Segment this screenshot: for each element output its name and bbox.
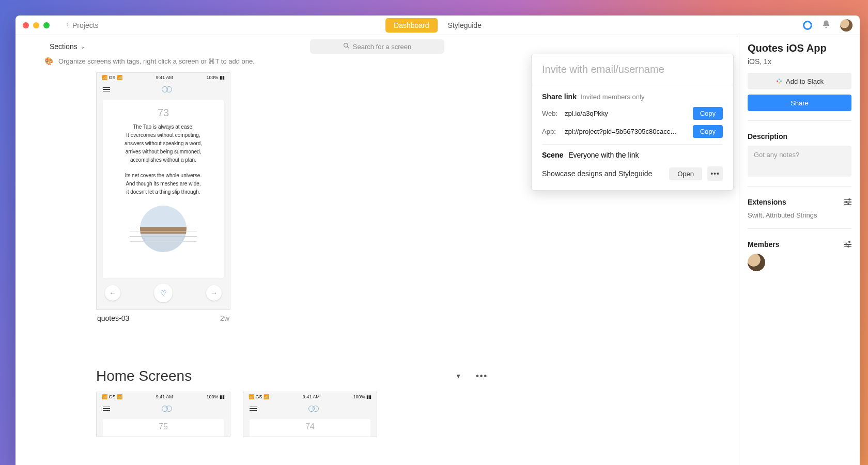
zoom-window-button[interactable]: [43, 22, 50, 28]
project-subtitle: iOS, 1x: [748, 57, 851, 66]
minimize-window-button[interactable]: [33, 22, 39, 28]
section-more-icon[interactable]: •••: [476, 371, 488, 381]
members-heading: Members: [748, 240, 779, 249]
tab-styleguide[interactable]: Styleguide: [440, 18, 490, 33]
statusbar-right: 100% ▮▮: [206, 75, 225, 80]
view-tabs: Dashboard Styleguide: [385, 18, 490, 33]
extensions-list: Swift, Attributed Strings: [748, 211, 851, 219]
hamburger-icon: [103, 407, 110, 411]
statusbar-right: 100% ▮▮: [353, 394, 371, 399]
hamburger-icon: [250, 407, 257, 411]
window-titlebar: 〈 Projects Dashboard Styleguide: [16, 16, 860, 35]
svg-line-1: [347, 47, 349, 48]
screen-name: quotes-03: [97, 314, 129, 322]
quote-number: 74: [253, 422, 367, 431]
slack-icon: [776, 78, 783, 85]
back-button[interactable]: 〈 Projects: [63, 21, 99, 29]
app-logo-icon: [162, 84, 172, 95]
close-window-button[interactable]: [23, 22, 29, 28]
statusbar-left: 📶 GS 📶: [102, 394, 122, 399]
scene-label: Scene: [542, 151, 563, 159]
collapse-icon[interactable]: ▼: [455, 373, 461, 380]
screen-card[interactable]: 📶 GS 📶 9:41 AM 100% ▮▮ 74: [243, 392, 377, 437]
svg-rect-18: [779, 79, 780, 80]
share-button[interactable]: Share: [748, 95, 851, 111]
hint-emoji: 🎨: [44, 57, 53, 65]
window-controls: [23, 22, 50, 28]
search-placeholder: Search for a screen: [353, 43, 411, 51]
activity-icon[interactable]: [803, 21, 812, 30]
screen-thumbnail: 📶 GS 📶 9:41 AM 100% ▮▮ 73: [96, 72, 230, 310]
statusbar-right: 100% ▮▮: [206, 394, 225, 399]
open-scene-button[interactable]: Open: [669, 167, 702, 180]
app-logo-icon: [308, 404, 319, 414]
copy-app-button[interactable]: Copy: [693, 125, 723, 138]
project-title: Quotes iOS App: [748, 42, 851, 54]
settings-icon[interactable]: [844, 199, 851, 205]
add-to-slack-button[interactable]: Add to Slack: [748, 73, 851, 89]
description-heading: Description: [748, 132, 851, 141]
share-label: Share: [791, 99, 809, 107]
prev-icon: ←: [105, 285, 120, 301]
hint-text: Organize screens with tags, right click …: [58, 57, 255, 65]
share-popover: Invite with email/username Share link In…: [531, 54, 734, 191]
tab-dashboard[interactable]: Dashboard: [385, 18, 438, 33]
description-input[interactable]: Got any notes?: [748, 146, 851, 177]
statusbar-left: 📶 GS 📶: [102, 75, 122, 80]
notifications-icon[interactable]: [822, 20, 831, 31]
quote-paragraph-1: The Tao is always at ease. It overcomes …: [109, 123, 218, 164]
chevron-left-icon: 〈: [63, 21, 69, 29]
copy-web-button[interactable]: Copy: [693, 107, 723, 120]
chevron-down-icon: ⌄: [81, 44, 85, 50]
screen-card[interactable]: 📶 GS 📶 9:41 AM 100% ▮▮ 73: [96, 72, 230, 327]
back-label: Projects: [72, 21, 99, 29]
project-sidebar: Quotes iOS App iOS, 1x Add to Slack Shar…: [739, 35, 860, 465]
scene-scope: Everyone with the link: [568, 151, 639, 159]
extensions-heading: Extensions: [748, 198, 786, 206]
app-logo-icon: [162, 404, 172, 414]
statusbar-time: 9:41 AM: [156, 394, 173, 399]
app-link-label: App:: [542, 128, 561, 135]
hamburger-icon: [103, 87, 110, 92]
user-avatar[interactable]: [840, 19, 853, 32]
svg-rect-17: [777, 81, 778, 82]
statusbar-time: 9:41 AM: [303, 394, 320, 399]
next-icon: →: [206, 285, 222, 301]
add-to-slack-label: Add to Slack: [786, 78, 824, 85]
search-input[interactable]: Search for a screen: [310, 39, 444, 54]
svg-point-0: [344, 43, 348, 48]
screen-card[interactable]: 📶 GS 📶 9:41 AM 100% ▮▮ 75: [96, 392, 230, 437]
svg-rect-20: [779, 82, 780, 83]
member-avatar[interactable]: [748, 254, 765, 271]
sections-dropdown[interactable]: Sections ⌄: [50, 42, 85, 51]
statusbar-left: 📶 GS 📶: [249, 394, 269, 399]
settings-icon[interactable]: [844, 242, 851, 247]
share-link-label: Share link: [542, 92, 577, 101]
web-link-value: zpl.io/a3qPkky: [565, 110, 689, 117]
search-icon: [343, 42, 350, 51]
scene-more-button[interactable]: •••: [707, 166, 723, 181]
showcase-text: Showcase designs and Styleguide: [542, 169, 652, 178]
svg-rect-19: [780, 81, 781, 82]
section-title: Home Screens: [96, 368, 192, 384]
quote-image: [140, 206, 187, 252]
heart-icon: ♡: [154, 284, 173, 302]
app-link-value: zpl://project?pid=5b567305c80cacc…: [565, 128, 689, 135]
web-link-label: Web:: [542, 110, 561, 117]
sections-label: Sections: [50, 42, 78, 51]
share-scope: Invited members only: [581, 93, 645, 101]
quote-number: 75: [106, 422, 221, 431]
quote-number: 73: [109, 107, 218, 119]
invite-input[interactable]: Invite with email/username: [532, 54, 733, 85]
screen-age: 2w: [220, 314, 229, 322]
statusbar-time: 9:41 AM: [156, 75, 173, 80]
quote-paragraph-2: Its net covers the whole universe. And t…: [109, 172, 218, 196]
